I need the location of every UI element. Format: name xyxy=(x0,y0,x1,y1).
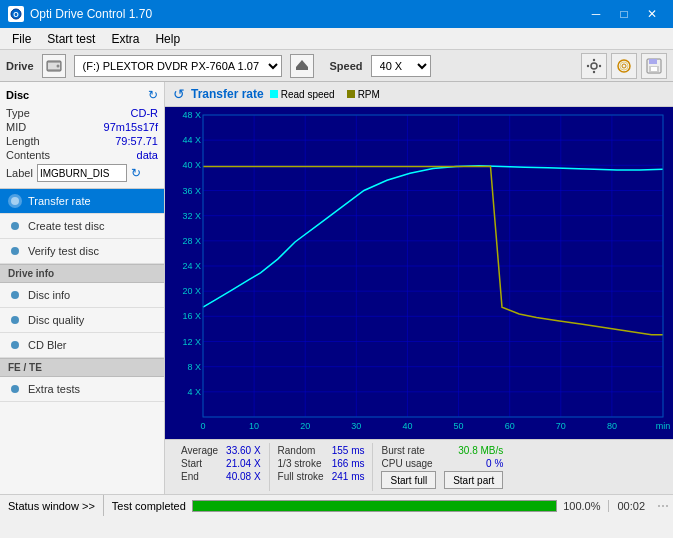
eject-button[interactable] xyxy=(290,54,314,78)
disc-length-value: 79:57.71 xyxy=(115,135,158,147)
disc-type-row: Type CD-R xyxy=(6,106,158,120)
svg-text:O: O xyxy=(13,11,19,18)
create-test-disc-icon xyxy=(8,219,22,233)
disc-length-row: Length 79:57.71 xyxy=(6,134,158,148)
settings-icon[interactable] xyxy=(581,53,607,79)
legend-rpm-dot xyxy=(347,90,355,98)
speed-select[interactable]: 40 X xyxy=(371,55,431,77)
nav-drive-info-label: Drive info xyxy=(8,268,54,279)
refresh-icon[interactable]: ↻ xyxy=(148,88,158,102)
nav-transfer-rate-label: Transfer rate xyxy=(28,195,91,207)
svg-point-10 xyxy=(587,64,589,66)
disc-section-title: Disc xyxy=(6,89,29,101)
chart-area xyxy=(165,107,673,439)
drive-icon[interactable] xyxy=(42,54,66,78)
nav-create-test-disc-label: Create test disc xyxy=(28,220,104,232)
status-window-label[interactable]: Status window >> xyxy=(8,500,95,512)
legend-read-speed-dot xyxy=(270,90,278,98)
svg-point-20 xyxy=(11,222,19,230)
stats-burst-row: Burst rate 30.8 MB/s xyxy=(381,445,503,456)
disc-quality-icon xyxy=(8,313,22,327)
disc-contents-row: Contents data xyxy=(6,148,158,162)
stats-bar: Average 33.60 X Start 21.04 X End 40.08 … xyxy=(165,439,673,494)
stats-stroke1-value: 166 ms xyxy=(332,458,365,469)
stats-col-1: Average 33.60 X Start 21.04 X End 40.08 … xyxy=(173,443,270,491)
svg-point-14 xyxy=(620,62,628,70)
app-icon: O xyxy=(8,6,24,22)
nav-cd-bler[interactable]: CD Bler xyxy=(0,333,164,358)
svg-point-11 xyxy=(599,64,601,66)
main-content: Disc ↻ Type CD-R MID 97m15s17f Length 79… xyxy=(0,82,673,494)
minimize-button[interactable]: ─ xyxy=(583,4,609,24)
nav-section: Transfer rate Create test disc Verify te… xyxy=(0,189,164,494)
disc-contents-value: data xyxy=(137,149,158,161)
right-panel: ↺ Transfer rate Read speed RPM Averag xyxy=(165,82,673,494)
bottom-status: Status window >> Test completed 100.0% 0… xyxy=(0,494,673,516)
label-refresh-icon[interactable]: ↻ xyxy=(131,166,141,180)
start-part-button[interactable]: Start part xyxy=(444,471,503,489)
nav-transfer-rate[interactable]: Transfer rate xyxy=(0,189,164,214)
nav-extra-tests[interactable]: Extra tests xyxy=(0,377,164,402)
stats-cpu-row: CPU usage 0 % xyxy=(381,458,503,469)
stats-burst-label: Burst rate xyxy=(381,445,424,456)
menu-file[interactable]: File xyxy=(4,30,39,48)
disc-type-value: CD-R xyxy=(131,107,159,119)
title-bar-left: O Opti Drive Control 1.70 xyxy=(8,6,152,22)
disc-type-label: Type xyxy=(6,107,30,119)
stats-col-3: Burst rate 30.8 MB/s CPU usage 0 % Start… xyxy=(373,443,511,491)
svg-rect-18 xyxy=(651,67,657,71)
svg-point-13 xyxy=(622,64,626,68)
nav-verify-test-disc[interactable]: Verify test disc xyxy=(0,239,164,264)
stats-random-row: Random 155 ms xyxy=(278,445,365,456)
close-button[interactable]: ✕ xyxy=(639,4,665,24)
drive-label: Drive xyxy=(6,60,34,72)
nav-create-test-disc[interactable]: Create test disc xyxy=(0,214,164,239)
time-display: 00:02 xyxy=(608,500,653,512)
transfer-rate-icon xyxy=(8,194,22,208)
disc-header: Disc ↻ xyxy=(6,88,158,102)
nav-cd-bler-label: CD Bler xyxy=(28,339,67,351)
stats-random-label: Random xyxy=(278,445,316,456)
svg-marker-6 xyxy=(296,60,308,67)
nav-disc-info[interactable]: Disc info xyxy=(0,283,164,308)
stats-stroke1-label: 1/3 stroke xyxy=(278,458,322,469)
left-panel: Disc ↻ Type CD-R MID 97m15s17f Length 79… xyxy=(0,82,165,494)
svg-point-23 xyxy=(11,316,19,324)
maximize-button[interactable]: □ xyxy=(611,4,637,24)
verify-test-disc-icon xyxy=(8,244,22,258)
disc-icon[interactable] xyxy=(611,53,637,79)
menu-help[interactable]: Help xyxy=(147,30,188,48)
stats-end-value: 40.08 X xyxy=(226,471,260,482)
title-bar: O Opti Drive Control 1.70 ─ □ ✕ xyxy=(0,0,673,28)
menu-extra[interactable]: Extra xyxy=(103,30,147,48)
disc-label-input[interactable] xyxy=(37,164,127,182)
nav-extra-tests-label: Extra tests xyxy=(28,383,80,395)
resize-handle: ⋯ xyxy=(653,499,673,513)
svg-point-21 xyxy=(11,247,19,255)
svg-point-9 xyxy=(593,70,595,72)
drive-select[interactable]: (F:) PLEXTOR DVDR PX-760A 1.07 xyxy=(74,55,282,77)
stats-cpu-label: CPU usage xyxy=(381,458,432,469)
start-full-button[interactable]: Start full xyxy=(381,471,436,489)
chart-title: Transfer rate xyxy=(191,87,264,101)
chart-header: ↺ Transfer rate Read speed RPM xyxy=(165,82,673,107)
progress-section: Test completed 100.0% xyxy=(104,500,609,512)
toolbar-icons xyxy=(581,53,667,79)
progress-text: 100.0% xyxy=(563,500,600,512)
disc-info-section: Disc ↻ Type CD-R MID 97m15s17f Length 79… xyxy=(0,82,164,189)
speed-label: Speed xyxy=(330,60,363,72)
svg-point-8 xyxy=(593,58,595,60)
stats-start-label: Start xyxy=(181,458,202,469)
cd-bler-icon xyxy=(8,338,22,352)
nav-disc-info-label: Disc info xyxy=(28,289,70,301)
save-icon[interactable] xyxy=(641,53,667,79)
nav-disc-quality[interactable]: Disc quality xyxy=(0,308,164,333)
nav-fe-te-label: FE / TE xyxy=(8,362,42,373)
app-title: Opti Drive Control 1.70 xyxy=(30,7,152,21)
disc-mid-value: 97m15s17f xyxy=(104,121,158,133)
progress-bar xyxy=(192,500,557,512)
menu-start-test[interactable]: Start test xyxy=(39,30,103,48)
drive-bar: Drive (F:) PLEXTOR DVDR PX-760A 1.07 Spe… xyxy=(0,50,673,82)
svg-point-19 xyxy=(11,197,19,205)
stats-full-stroke-row: Full stroke 241 ms xyxy=(278,471,365,482)
